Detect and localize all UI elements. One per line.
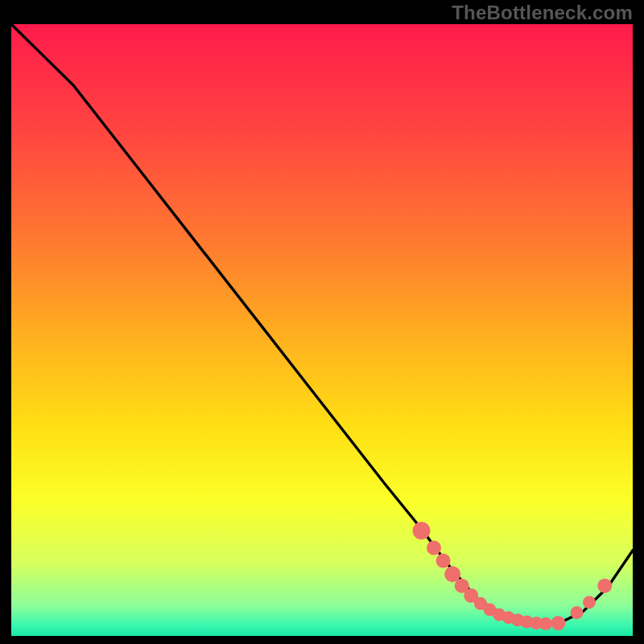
curve-marker xyxy=(413,522,431,539)
gradient-background xyxy=(11,24,633,636)
curve-marker xyxy=(583,596,596,609)
curve-marker xyxy=(551,616,565,630)
curve-marker xyxy=(571,606,584,619)
curve-marker xyxy=(436,554,451,568)
curve-marker xyxy=(427,541,441,555)
watermark-label: TheBottleneck.com xyxy=(452,2,633,24)
curve-marker xyxy=(539,617,552,630)
curve-marker xyxy=(597,579,612,593)
bottleneck-plot xyxy=(11,24,633,636)
chart-stage: TheBottleneck.com xyxy=(0,0,644,644)
